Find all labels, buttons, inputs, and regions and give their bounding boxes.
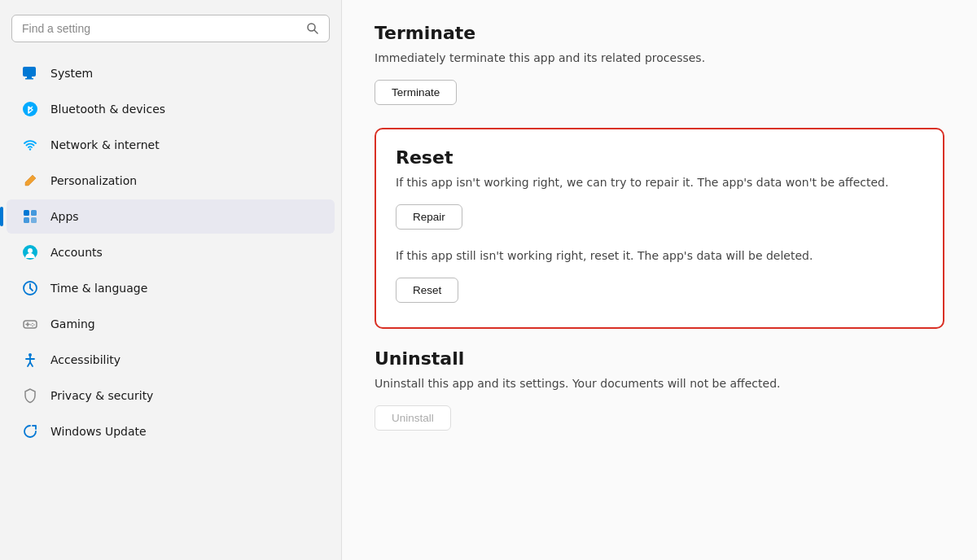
sidebar-item-update-label: Windows Update: [50, 425, 147, 438]
svg-line-27: [30, 362, 33, 366]
reset-card: Reset If this app isn't working right, w…: [375, 128, 944, 329]
svg-point-6: [29, 148, 31, 150]
svg-point-20: [33, 324, 35, 326]
sidebar-item-personalization-label: Personalization: [50, 174, 137, 187]
search-icon: [306, 22, 319, 35]
sidebar-item-network-label: Network & internet: [50, 138, 160, 151]
gaming-icon: [21, 315, 39, 333]
search-box[interactable]: [11, 15, 330, 42]
main-content: Terminate Immediately terminate this app…: [342, 0, 977, 560]
sidebar-item-personalization[interactable]: Personalization: [7, 164, 335, 198]
reset-description: If this app still isn't working right, r…: [396, 247, 923, 265]
sidebar-item-bluetooth[interactable]: Bluetooth & devices: [7, 92, 335, 126]
svg-rect-4: [25, 78, 33, 80]
accounts-icon: [21, 243, 39, 261]
sidebar-item-update[interactable]: Windows Update: [7, 414, 335, 448]
sidebar-item-apps-label: Apps: [50, 210, 79, 223]
search-input[interactable]: [22, 22, 306, 35]
uninstall-button[interactable]: Uninstall: [375, 405, 451, 431]
repair-button[interactable]: Repair: [396, 204, 462, 230]
sidebar-item-system[interactable]: System: [7, 56, 335, 90]
reset-title: Reset: [396, 147, 923, 168]
terminate-title: Terminate: [375, 23, 944, 43]
sidebar: System Bluetooth & devices Network & int…: [0, 0, 342, 560]
svg-point-22: [30, 324, 32, 326]
sidebar-item-network[interactable]: Network & internet: [7, 128, 335, 162]
update-icon: [21, 422, 39, 440]
bluetooth-icon: [21, 100, 39, 118]
uninstall-section: Uninstall Uninstall this app and its set…: [375, 348, 944, 437]
sidebar-item-privacy-label: Privacy & security: [50, 389, 153, 402]
svg-point-19: [32, 323, 33, 325]
sidebar-item-accessibility-label: Accessibility: [50, 353, 120, 366]
sidebar-item-time[interactable]: Time & language: [7, 271, 335, 305]
terminate-button[interactable]: Terminate: [375, 80, 457, 105]
accessibility-icon: [21, 351, 39, 369]
time-icon: [21, 279, 39, 297]
reset-button[interactable]: Reset: [396, 278, 458, 303]
uninstall-description: Uninstall this app and its settings. You…: [375, 375, 944, 392]
terminate-section: Terminate Immediately terminate this app…: [375, 23, 944, 112]
sidebar-item-gaming-label: Gaming: [50, 317, 95, 330]
sidebar-item-accessibility[interactable]: Accessibility: [7, 343, 335, 377]
svg-point-21: [32, 326, 33, 327]
sidebar-item-privacy[interactable]: Privacy & security: [7, 378, 335, 413]
apps-icon: [21, 208, 39, 225]
svg-point-12: [28, 248, 33, 253]
sidebar-item-accounts-label: Accounts: [50, 246, 103, 259]
svg-rect-8: [31, 210, 37, 216]
wifi-icon: [21, 136, 39, 154]
sidebar-item-time-label: Time & language: [50, 282, 147, 295]
privacy-icon: [21, 387, 39, 405]
terminate-description: Immediately terminate this app and its r…: [375, 50, 944, 67]
system-icon: [21, 64, 39, 82]
svg-line-15: [30, 288, 33, 291]
sidebar-item-system-label: System: [50, 67, 93, 80]
svg-rect-2: [23, 67, 36, 77]
sidebar-item-accounts[interactable]: Accounts: [7, 235, 335, 269]
svg-rect-9: [24, 217, 29, 223]
sidebar-item-gaming[interactable]: Gaming: [7, 307, 335, 341]
repair-description: If this app isn't working right, we can …: [396, 174, 923, 191]
svg-rect-3: [27, 77, 32, 78]
svg-rect-10: [31, 217, 37, 223]
svg-line-1: [314, 30, 318, 33]
sidebar-item-bluetooth-label: Bluetooth & devices: [50, 103, 165, 116]
pencil-icon: [21, 172, 39, 190]
uninstall-title: Uninstall: [375, 348, 944, 369]
sidebar-item-apps[interactable]: Apps: [7, 199, 335, 234]
svg-rect-7: [24, 210, 29, 216]
